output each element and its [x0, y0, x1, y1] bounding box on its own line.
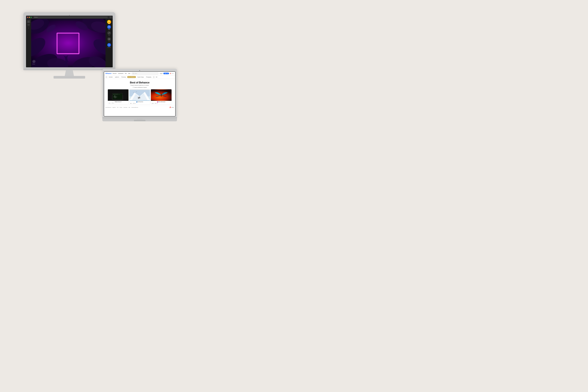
views-3: 13k [155, 103, 157, 104]
cat-illustrator[interactable]: Illustrator [108, 76, 114, 78]
projects-grid: The Democratisation Initiative Multiple … [107, 89, 172, 104]
cat-graphic-design[interactable]: Graphic Design [136, 76, 145, 78]
footer-privacy[interactable]: Privacy [120, 107, 122, 108]
prev-arrow[interactable]: ‹ [32, 60, 35, 63]
likes-3: 344 [152, 103, 154, 104]
save-button[interactable]: ●●● [107, 37, 111, 42]
behance-navbar: Béhance Discover Livestreams Hire Jobs [104, 72, 175, 76]
nav-discover[interactable]: Discover [113, 73, 116, 74]
svg-point-54 [157, 101, 158, 102]
svg-line-24 [133, 74, 134, 74]
search-projects-link[interactable]: Search all Behance Projects [107, 87, 172, 88]
artwork-background: ‹ Previous [31, 19, 105, 67]
minimize-dot[interactable] [29, 17, 30, 18]
views-1: 448 [112, 102, 114, 104]
maximize-dot[interactable] [30, 17, 31, 18]
url-bar[interactable]: Behance [33, 16, 108, 18]
tools-button[interactable]: Track [107, 31, 111, 36]
footer-english[interactable]: English ▾ [112, 107, 116, 108]
project-card-3[interactable]: Polina Washington 344 [151, 89, 171, 104]
svg-point-12 [45, 23, 57, 34]
track-label: Track [108, 35, 110, 36]
save-label: ●●● [108, 41, 109, 42]
monitor-content: Cha... [26, 19, 113, 67]
auth-buttons: Log In Sign Up Adobe [160, 73, 174, 74]
footer-cookies[interactable]: Cookie preferences [131, 107, 138, 108]
svg-point-22 [109, 39, 109, 39]
project-image-2 [129, 89, 150, 101]
search-icon [133, 73, 134, 74]
behance-app: Béhance Discover Livestreams Hire Jobs [104, 72, 175, 116]
cat-photoshop[interactable]: Photoshop [120, 76, 127, 78]
cat-lightroom[interactable]: Lightroom [114, 76, 120, 78]
svg-point-11 [87, 54, 105, 67]
login-button[interactable]: Log In [160, 73, 162, 74]
project-card-2[interactable]: Ben Bauschau 91 [129, 89, 150, 104]
project-thumb-1: The Democratisation Initiative [108, 89, 128, 101]
prev-cat-btn[interactable]: ‹ [105, 76, 107, 78]
follow-label: Follow [108, 29, 110, 30]
svg-point-46 [136, 101, 137, 102]
desktop-monitor: Behance [23, 12, 115, 78]
svg-point-47 [133, 103, 134, 104]
svg-point-2 [31, 19, 52, 37]
monitor-screen: Behance [26, 16, 113, 67]
footer-help[interactable]: Help [128, 107, 130, 108]
sidebar-icon-1 [27, 20, 30, 24]
svg-point-53 [164, 93, 165, 94]
project-stats-3: 344 13k [152, 103, 171, 104]
appreciate-icon [107, 43, 111, 47]
svg-point-50 [160, 92, 160, 92]
svg-rect-33 [113, 95, 117, 95]
monitor-stand-neck [63, 70, 75, 76]
behance-footer: More Behance ▾ English ▾ TOU Privacy Com… [104, 106, 175, 109]
appreciate-button[interactable]: Appreciate [107, 43, 111, 48]
signup-button[interactable]: Sign Up [163, 73, 169, 74]
laptop-base [102, 118, 177, 121]
artwork-area: ‹ Previous [31, 19, 105, 67]
svg-rect-43 [138, 98, 139, 99]
more-cats-btn[interactable]: ••• [156, 76, 157, 78]
category-tabs: ‹ Illustrator Lightroom Photoshop Best o… [104, 76, 175, 79]
svg-rect-45 [139, 98, 140, 98]
behance-search[interactable]: Search [131, 72, 159, 75]
project-stats-1: 40 448 [109, 102, 128, 104]
search-projects-icon [133, 87, 134, 88]
footer-tou[interactable]: TOU [117, 107, 119, 108]
cat-photography[interactable]: Photography [145, 76, 152, 78]
svg-point-42 [138, 97, 139, 98]
artist-avatar[interactable] [107, 20, 111, 24]
monitor-screen-outer: Behance [23, 12, 115, 68]
svg-point-55 [155, 103, 156, 104]
likes-2: 91 [130, 103, 132, 104]
project-stats-2: 91 308 [130, 103, 149, 104]
footer-community[interactable]: Community [123, 107, 127, 108]
svg-point-7 [91, 36, 105, 58]
project-card-1[interactable]: The Democratisation Initiative Multiple … [108, 89, 128, 104]
sidebar-text [27, 24, 30, 26]
next-cat-btn[interactable]: › [153, 76, 155, 78]
laptop-camera [139, 70, 140, 71]
url-text: Behance [34, 17, 38, 18]
project-thumb-3 [151, 89, 171, 101]
laptop-trackpad[interactable] [134, 120, 145, 121]
footer-more-behance[interactable]: More Behance ▾ [105, 107, 111, 108]
close-dot[interactable] [27, 17, 28, 18]
leaves-svg [31, 19, 105, 67]
nav-jobs[interactable]: Jobs [128, 73, 130, 74]
adobe-icon [170, 73, 171, 74]
monitor-browser-bar: Behance [26, 16, 113, 19]
project-meta-2: Ben Bauschau 91 [129, 101, 150, 104]
project-owner-1: Multiple Owners ▾ [109, 101, 128, 102]
svg-text:Democratisation: Democratisation [113, 97, 117, 97]
browser-menu[interactable] [109, 16, 111, 18]
nav-livestreams[interactable]: Livestreams [118, 73, 123, 74]
project-meta-3: Polina Washington 344 [151, 101, 171, 104]
nav-hire[interactable]: Hire [125, 73, 127, 74]
svg-point-49 [161, 94, 161, 97]
laptop-screen: Béhance Discover Livestreams Hire Jobs [104, 72, 175, 116]
behance-nav-links: Discover Livestreams Hire Jobs [113, 73, 130, 74]
follow-button[interactable]: Follow [107, 25, 111, 30]
cat-best-of-behance[interactable]: Best of Behance [127, 76, 136, 78]
right-panel: Follow Track [105, 19, 113, 67]
